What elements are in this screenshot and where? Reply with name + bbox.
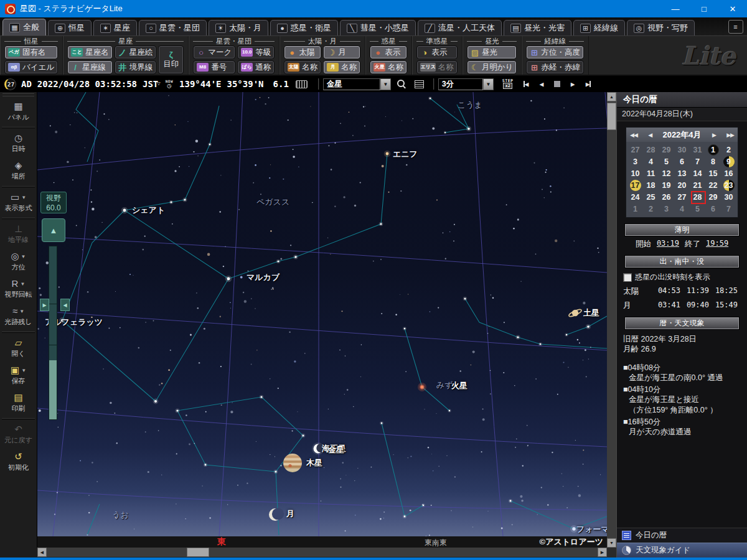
tab-nebulae-clusters[interactable]: ○星雲・星団 <box>139 20 207 35</box>
tab-general[interactable]: ▦全般 <box>2 19 46 35</box>
latitude-value[interactable]: 35°39'N <box>227 79 264 89</box>
ds-mark-button[interactable]: ○マーク <box>193 45 235 59</box>
horizontal-scroll-thumb[interactable] <box>187 548 209 557</box>
calendar-day-30[interactable]: 30 <box>721 191 736 203</box>
skip-forward-button[interactable]: ▶ <box>580 78 596 90</box>
calendar-day-8[interactable]: 8 <box>705 156 721 167</box>
sidebar-item-datetime[interactable]: ◷日時 <box>0 129 37 157</box>
calendar-day-10[interactable]: 10 <box>627 167 643 179</box>
ds-magnitude-button[interactable]: 10.0等級 <box>237 45 275 59</box>
scroll-up-button[interactable]: ▲ <box>607 92 616 101</box>
calendar-day-24[interactable]: 24 <box>627 191 643 203</box>
keyboard-icon[interactable] <box>296 80 308 88</box>
calendar-day-25[interactable]: 25 <box>643 191 659 203</box>
calendar-day-5[interactable]: 5 <box>690 203 705 215</box>
fov-slider-handle-right[interactable]: ◀ <box>60 299 70 311</box>
daylight-btn-button[interactable]: ▨昼光 <box>467 45 517 59</box>
azimuth-altitude-button[interactable]: ⊞方位・高度 <box>526 45 584 59</box>
moon-age-icon[interactable]: 27 <box>4 78 16 90</box>
sidebar-item-display-format[interactable]: ▭▼表示形式 <box>0 189 37 216</box>
vertical-scrollbar[interactable]: ▲ ▼ <box>607 92 616 548</box>
stop-button[interactable] <box>549 78 565 90</box>
calendar-day-16[interactable]: 16 <box>721 167 736 179</box>
object-list-icon[interactable] <box>415 80 424 88</box>
tab-stars[interactable]: ⊕恒星 <box>48 20 92 35</box>
const-art-button[interactable]: ノ星座絵 <box>115 45 157 59</box>
sidebar-item-save[interactable]: ▣▼保存 <box>0 362 37 389</box>
planet-name-button[interactable]: 火星名称 <box>370 60 407 74</box>
calendar-day-29[interactable]: 29 <box>659 144 674 156</box>
calendar-day-27[interactable]: 27 <box>627 144 643 156</box>
calendar-day-12[interactable]: 12 <box>659 167 674 179</box>
sun-name-button[interactable]: 太陽名称 <box>284 60 321 74</box>
fov-zoom-in-button[interactable]: ▲ <box>42 218 65 242</box>
datetime-value[interactable]: 2022/04/28 03:52:58 <box>37 79 137 89</box>
longitude-value[interactable]: 139°44'E <box>179 79 221 89</box>
calendar-next-month-button[interactable]: ▶ <box>712 132 716 138</box>
magnitude-limit-value[interactable]: 6.1 <box>273 79 289 89</box>
calendar-day-18[interactable]: 18 <box>643 179 659 191</box>
sidebar-item-print[interactable]: ▤印刷 <box>0 389 37 416</box>
calendar-day-7[interactable]: 7 <box>721 203 736 215</box>
step-dropdown-button[interactable]: ▼ <box>483 78 494 90</box>
planet-show-button[interactable]: ●表示 <box>370 45 407 59</box>
moon-button[interactable]: ☽月 <box>323 45 360 59</box>
dwarf-show-button[interactable]: ◑表示 <box>416 45 458 59</box>
tab-daylight-pollution[interactable]: ▤昼光・光害 <box>504 20 571 35</box>
sun-button[interactable]: ●太陽 <box>284 45 321 59</box>
target-object-select[interactable]: 金星 ▼ <box>323 78 391 90</box>
landmark-button[interactable]: ζ目印 <box>158 45 184 74</box>
timezone-dropdown-icon[interactable]: ▽ <box>157 80 160 86</box>
tab-grid-lines[interactable]: ⊞経緯線 <box>573 20 625 35</box>
sidebar-item-direction[interactable]: ◎▼方位 <box>0 248 37 275</box>
tab-fov-frame[interactable]: ◎視野・写野 <box>627 20 695 35</box>
const-line-button[interactable]: /星座線 <box>67 60 113 74</box>
dwarf-name-button[interactable]: エリス名称 <box>416 60 458 74</box>
calendar-prev-year-button[interactable]: ◀◀ <box>630 132 637 138</box>
tab-sun-moon[interactable]: ☀太陽・月 <box>209 20 268 35</box>
calendar-day-7[interactable]: 7 <box>690 156 705 167</box>
calendar-day-27[interactable]: 27 <box>674 191 690 203</box>
target-dropdown-button[interactable]: ▼ <box>380 78 391 90</box>
close-button[interactable]: ✕ <box>718 0 747 17</box>
calendar-prev-month-button[interactable]: ◀ <box>648 132 652 138</box>
tab-meteors-artificial[interactable]: ╱流星・人工天体 <box>418 20 502 35</box>
sidebar-item-open[interactable]: ▱開く <box>0 334 37 362</box>
step-x2-icon[interactable]: STEP x2 <box>502 79 514 89</box>
calendar-day-30[interactable]: 30 <box>674 144 690 156</box>
timezone-label[interactable]: JST <box>143 79 158 89</box>
panel-footer-phenomena-guide[interactable]: 天文現象ガイド <box>617 543 747 558</box>
calendar-day-17[interactable]: 17 <box>627 179 643 191</box>
vertical-scroll-thumb[interactable] <box>607 103 616 130</box>
sidebar-item-fov-rotation[interactable]: R▼視野回転 <box>0 275 37 302</box>
calendar-day-3[interactable]: 3 <box>659 203 674 215</box>
menu-button[interactable]: ≡ <box>728 20 743 34</box>
calendar-day-13[interactable]: 13 <box>674 167 690 179</box>
ds-common-name-button[interactable]: ばら通称 <box>237 60 275 74</box>
bayer-button[interactable]: αβバイエル <box>4 60 58 74</box>
now-clock-icon[interactable]: NOW ◷ <box>166 80 173 89</box>
calendar-day-14[interactable]: 14 <box>690 167 705 179</box>
proper-name-button[interactable]: ペガ固有名 <box>4 45 58 59</box>
tab-comets-asteroids[interactable]: ╲彗星・小惑星 <box>340 20 416 35</box>
calendar-day-6[interactable]: 6 <box>674 156 690 167</box>
fov-slider-track[interactable] <box>49 246 57 420</box>
sidebar-item-panel[interactable]: ▦パネル <box>0 98 37 125</box>
calendar-day-21[interactable]: 21 <box>690 179 705 191</box>
ds-number-button[interactable]: M8番号 <box>193 60 235 74</box>
calendar-next-year-button[interactable]: ▶▶ <box>726 132 734 138</box>
search-icon[interactable] <box>397 80 405 87</box>
calendar-day-4[interactable]: 4 <box>674 203 690 215</box>
calendar-day-3[interactable]: 3 <box>627 156 643 167</box>
ra-dec-button[interactable]: ⊞赤経・赤緯 <box>526 60 584 74</box>
calendar-day-2[interactable]: 2 <box>721 144 736 156</box>
scroll-left-button[interactable]: ◀ <box>37 548 47 557</box>
twilight-end-time[interactable]: 19:59 <box>706 239 728 250</box>
calendar-day-5[interactable]: 5 <box>659 156 674 167</box>
calendar-day-2[interactable]: 2 <box>643 203 659 215</box>
scroll-right-button[interactable]: ▶ <box>598 548 607 557</box>
sidebar-item-location[interactable]: ◈場所 <box>0 157 37 184</box>
calendar-day-29[interactable]: 29 <box>705 191 721 203</box>
fov-slider-handle-left[interactable]: ▶ <box>40 299 49 311</box>
panel-footer-todays-calendar[interactable]: 今日の暦 <box>617 528 747 543</box>
